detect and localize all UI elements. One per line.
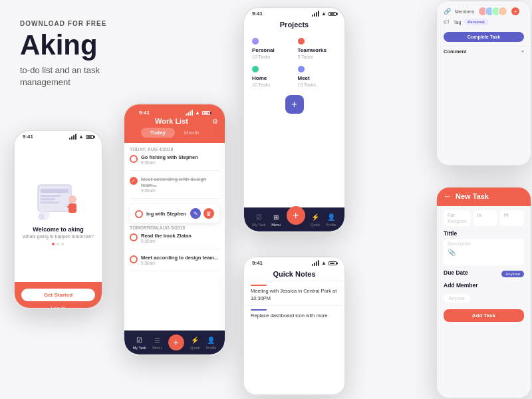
proj-name-home: Home (252, 75, 291, 81)
welcome-subtitle: Whats going to happen tomorrow? (23, 234, 94, 239)
battery-icon (86, 135, 94, 139)
add-member-label: Add Member (444, 282, 524, 289)
link-icon: 🔗 (444, 8, 451, 15)
projects-grid: Personal 10 Tasks Teamworks 5 Tasks Home… (244, 33, 344, 92)
anytime-badge[interactable]: Anytime (501, 271, 524, 277)
task-check-3[interactable] (130, 233, 138, 241)
tag-value: Personal (464, 19, 488, 25)
nav-profile[interactable]: 👤 Profile (206, 336, 217, 350)
proj-nav-quick[interactable]: ⚡ Quick (311, 213, 320, 227)
chevron-down-icon: ▾ (521, 49, 524, 55)
task-check-2[interactable]: ✓ (130, 177, 138, 185)
qn-title: Quick Notes (252, 270, 336, 278)
delete-task-button[interactable]: 🗑 (203, 208, 214, 219)
wifi-icon-qn: ▲ (321, 260, 327, 266)
task-check-4[interactable] (130, 255, 138, 263)
phone-newtask: ← New Task For Assignee In Pr Tittle (436, 186, 532, 399)
task-check-1[interactable] (130, 155, 138, 163)
add-task-button[interactable]: Add Task (444, 309, 524, 322)
nav-add-button[interactable]: + (168, 334, 184, 350)
tag-label: Tag (454, 20, 461, 25)
filter-icon[interactable]: ⚙ (212, 118, 218, 125)
task-time-4: 9:00am (141, 261, 218, 265)
time-qn: 9:41 (252, 260, 263, 266)
task-time-1: 9:00am (141, 160, 198, 165)
proj-card-personal[interactable]: Personal 10 Tasks (252, 38, 291, 59)
proj-tasks-personal: 10 Tasks (252, 55, 291, 59)
wl-task-4: Meet according to design team... 9:00am (130, 255, 219, 271)
proj-nav-menu[interactable]: ⊞ Menu (271, 213, 281, 227)
nav-mytask[interactable]: ☑ My Task (133, 336, 146, 350)
signal-icon-proj (312, 11, 319, 17)
qn-line-2 (251, 309, 267, 311)
in-field[interactable]: In (473, 210, 497, 226)
nav-menu[interactable]: ☰ Menu (152, 336, 162, 350)
attach-icon: 📎 (448, 249, 520, 256)
wifi-icon-proj: ▲ (321, 11, 327, 17)
members-row: 🔗 Members + (444, 7, 524, 16)
task-time-3: 9:00am (141, 239, 192, 243)
wl-date-header2: TOMORROW,AUG 5/2018 (130, 225, 219, 230)
comment-label: Comment (444, 49, 467, 55)
svg-rect-1 (41, 189, 68, 193)
edit-task-button[interactable]: ✎ (190, 208, 201, 219)
title-section-label: Tittle (444, 230, 524, 237)
wl-task-3: Read the book Zlatan 9:00am (130, 233, 219, 249)
svg-rect-7 (67, 206, 70, 207)
task-check-expanded[interactable] (135, 210, 143, 218)
tab-month[interactable]: Month (175, 128, 208, 138)
wifi-icon: ▲ (78, 134, 84, 140)
status-bar-projects: 9:41 ▲ (244, 8, 344, 18)
due-date-row: Due Date Anytime (444, 269, 524, 278)
add-project-button[interactable]: + (285, 95, 304, 114)
get-started-button[interactable]: Get Started (21, 289, 95, 301)
member-avatars (478, 7, 507, 16)
signal-icon (69, 134, 76, 140)
for-label: For (448, 213, 467, 217)
tab-today[interactable]: Today (141, 128, 175, 138)
welcome-dots (52, 243, 64, 245)
proj-tasks-teamworks: 5 Tasks (298, 55, 337, 59)
proj-card-meet[interactable]: Meet 10 Tasks (298, 66, 337, 87)
bottom-nav-projects: ☑ My Task ⊞ Menu + ⚡ Quick 👤 Profile (244, 207, 344, 231)
description-box[interactable]: Description 📎 (444, 239, 524, 265)
signal-icon-qn (312, 260, 319, 266)
welcome-illustration (31, 178, 84, 226)
comment-row: Comment ▾ (437, 46, 531, 57)
download-label: DOWNLOAD FOR FREE (20, 20, 140, 27)
proj-nav-add[interactable]: + (287, 206, 305, 225)
svg-point-10 (38, 213, 45, 220)
status-bar-welcome: 9:41 ▲ (15, 131, 102, 141)
description-placeholder: Description (448, 241, 520, 246)
qn-item-1: Meeting with Jessica in Central Park at … (244, 281, 344, 305)
wl-task-2: ✓ Meet according with design team... 9:0… (130, 176, 219, 199)
qn-item-2: Replace dashboard icon with more (244, 305, 344, 323)
complete-task-button[interactable]: Complete Task (444, 32, 524, 42)
back-button[interactable]: ← (444, 192, 452, 201)
proj-card-home[interactable]: Home 10 Tasks (252, 66, 291, 87)
add-member-small-button[interactable]: + (511, 7, 519, 15)
svg-rect-4 (41, 201, 59, 203)
svg-point-5 (68, 196, 76, 203)
bottom-nav-worklist: ☑ My Task ☰ Menu + ⚡ Quick 👤 Profile (124, 331, 225, 354)
anyone-placeholder: Anyone (444, 294, 470, 303)
app-title: Aking (20, 30, 140, 61)
proj-title: Projects (252, 21, 336, 29)
proj-nav-profile[interactable]: 👤 Profile (326, 213, 336, 227)
task-text-expanded: ing with Stephen (146, 211, 186, 217)
signal-icon-wl (186, 110, 193, 116)
add-member-section: Add Member Anyone (444, 282, 524, 303)
for-in-row: For Assignee In Pr (444, 210, 524, 226)
login-button[interactable]: Log In (51, 305, 65, 309)
nav-quick[interactable]: ⚡ Quick (190, 336, 200, 350)
members-label: Members (455, 9, 474, 14)
proj-tasks-home: 10 Tasks (252, 82, 291, 87)
app-subtitle: to-do list and an task management (20, 65, 140, 88)
pr-field[interactable]: Pr (500, 210, 524, 226)
for-field[interactable]: For Assignee (444, 210, 471, 226)
phone-welcome: 9:41 ▲ (13, 130, 103, 309)
proj-nav-mytask[interactable]: ☑ My Task (252, 213, 265, 227)
proj-card-teamworks[interactable]: Teamworks 5 Tasks (298, 38, 337, 59)
left-header: DOWNLOAD FOR FREE Aking to-do list and a… (20, 20, 140, 89)
proj-name-teamworks: Teamworks (298, 47, 337, 53)
